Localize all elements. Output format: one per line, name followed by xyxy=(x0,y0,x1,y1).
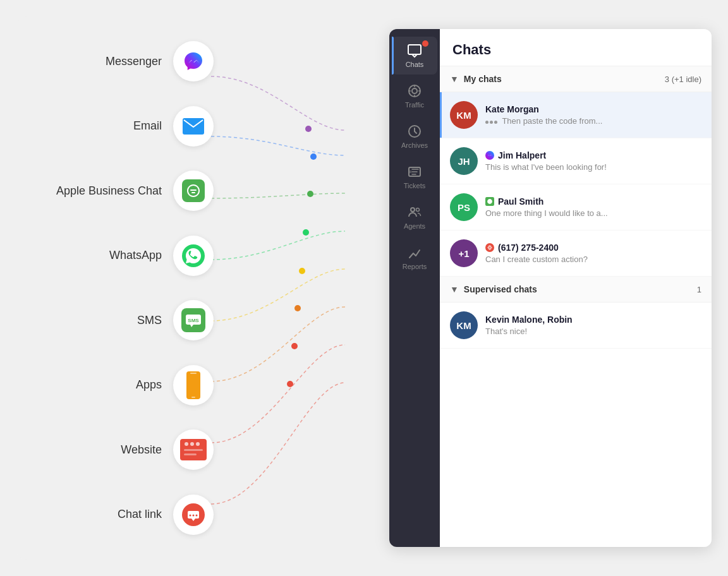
svg-point-33 xyxy=(416,208,420,212)
channel-chatlink: Chat link xyxy=(29,495,358,535)
channel-messenger-label: Messenger xyxy=(29,55,162,68)
svg-point-6 xyxy=(291,343,298,349)
supervised-chats-title: Supervised chats xyxy=(464,284,697,294)
svg-point-32 xyxy=(411,208,415,212)
channel-whatsapp-label: WhatsApp xyxy=(29,249,162,262)
chat-preview-kate: Then paste the code from... xyxy=(485,116,701,126)
channel-website-label: Website xyxy=(29,443,162,457)
svg-rect-15 xyxy=(190,373,197,374)
reports-icon xyxy=(407,245,422,260)
nav-item-chats[interactable]: Chats xyxy=(392,37,437,75)
svg-point-18 xyxy=(185,442,188,446)
chat-item-jim-halpert[interactable]: JH xyxy=(440,138,712,184)
chat-preview-paul: One more thing I would like to a... xyxy=(485,208,701,218)
avatar-kate-morgan: KM xyxy=(450,101,478,129)
active-chat-indicator xyxy=(440,92,442,138)
whatsapp-icon xyxy=(173,236,214,276)
chat-panel: Chats ▼ My chats 3 (+1 idle) KM Kate Mor… xyxy=(440,29,712,547)
chat-name-paul: Paul Smith xyxy=(498,196,543,207)
supervised-chats-section-header[interactable]: ▼ Supervised chats 1 xyxy=(440,277,712,303)
chat-name-row-kate: Kate Morgan xyxy=(485,104,701,114)
channel-whatsapp: WhatsApp xyxy=(29,236,358,276)
svg-rect-21 xyxy=(184,449,203,451)
nav-item-tickets[interactable]: Tickets xyxy=(392,158,437,196)
chat-preview-text-kate: Then paste the code from... xyxy=(502,116,602,126)
typing-dot-1 xyxy=(485,121,488,124)
svg-rect-16 xyxy=(191,397,195,398)
svg-point-19 xyxy=(190,442,194,446)
channel-sms-label: SMS xyxy=(29,314,162,327)
chat-preview-phone: Can I create custom action? xyxy=(485,255,701,264)
channel-apple-label: Apple Business Chat xyxy=(29,184,162,198)
nav-item-traffic-label: Traffic xyxy=(405,101,424,109)
svg-point-29 xyxy=(412,88,417,93)
svg-point-24 xyxy=(190,514,191,516)
avatar-paul-smith: PS xyxy=(450,193,478,221)
archives-icon xyxy=(407,124,422,139)
tickets-icon xyxy=(407,164,422,179)
chat-item-paul-smith[interactable]: PS Paul Smith One more thing I would lik… xyxy=(440,184,712,231)
chat-item-kevin-malone[interactable]: KM Kevin Malone, Robin That's nice! xyxy=(440,303,712,349)
my-chats-title: My chats xyxy=(464,74,665,84)
my-chats-chevron: ▼ xyxy=(450,74,459,84)
my-chats-list: KM Kate Morgan Then paste the code from.… xyxy=(440,92,712,277)
chats-icon xyxy=(407,43,422,58)
channel-apple: Apple Business Chat xyxy=(29,171,358,211)
website-icon xyxy=(173,429,214,470)
chat-name-jim: Jim Halpert xyxy=(498,150,546,160)
nav-item-agents[interactable]: Agents xyxy=(392,198,437,236)
svg-point-1 xyxy=(310,153,317,160)
channel-email-label: Email xyxy=(29,119,162,133)
chat-panel-header: Chats xyxy=(440,29,712,66)
active-bar xyxy=(392,37,394,75)
chat-info-phone: (617) 275-2400 Can I create custom actio… xyxy=(485,243,701,264)
sms-icon: SMS xyxy=(173,300,214,340)
chat-name-phone: (617) 275-2400 xyxy=(498,243,559,253)
nav-item-reports-label: Reports xyxy=(403,263,427,270)
nav-item-archives[interactable]: Archives xyxy=(392,117,437,155)
typing-dots xyxy=(485,121,497,124)
chat-item-kate-morgan[interactable]: KM Kate Morgan Then paste the code from.… xyxy=(440,92,712,138)
connection-lines xyxy=(16,16,358,560)
channel-email: Email xyxy=(29,106,358,147)
apps-icon xyxy=(173,365,214,405)
avatar-phone: +1 xyxy=(450,239,478,267)
my-chats-section-header[interactable]: ▼ My chats 3 (+1 idle) xyxy=(440,66,712,92)
nav-item-tickets-label: Tickets xyxy=(404,182,425,189)
chat-info-jim: Jim Halpert This is what I've been looki… xyxy=(485,150,701,172)
channel-chatlink-label: Chat link xyxy=(29,508,162,521)
app-panel: Chats Traffic Archives xyxy=(389,29,712,547)
channel-website: Website xyxy=(29,429,358,470)
svg-point-34 xyxy=(485,151,494,160)
avatar-jim-halpert: JH xyxy=(450,147,478,175)
chat-info-kate-morgan: Kate Morgan Then paste the code from... xyxy=(485,104,701,126)
svg-point-25 xyxy=(193,514,195,516)
email-icon xyxy=(173,106,214,147)
nav-item-reports[interactable]: Reports xyxy=(392,239,437,277)
svg-rect-27 xyxy=(408,45,421,54)
chat-name-row-kevin: Kevin Malone, Robin xyxy=(485,315,701,325)
phone-source-icon xyxy=(485,243,494,252)
supervised-chats-chevron: ▼ xyxy=(450,284,459,294)
channels-section: Messenger Email xyxy=(16,16,358,560)
svg-point-20 xyxy=(196,442,200,446)
messenger-icon xyxy=(173,41,214,81)
nav-item-agents-label: Agents xyxy=(404,222,425,230)
chat-item-phone[interactable]: +1 (617) 275-2400 Can I create custom a xyxy=(440,231,712,277)
chat-preview-kevin: That's nice! xyxy=(485,327,701,336)
chat-info-kevin: Kevin Malone, Robin That's nice! xyxy=(485,315,701,336)
channel-sms: SMS SMS xyxy=(29,300,358,340)
chat-name-kate: Kate Morgan xyxy=(485,104,539,114)
chat-preview-jim: This is what I've been looking for! xyxy=(485,162,701,172)
channel-apps: Apps xyxy=(29,365,358,405)
nav-badge-chats xyxy=(422,40,428,47)
nav-item-traffic[interactable]: Traffic xyxy=(392,77,437,115)
channel-apps-label: Apps xyxy=(29,378,162,392)
chat-name-kevin: Kevin Malone, Robin xyxy=(485,315,573,325)
svg-text:SMS: SMS xyxy=(188,318,199,323)
chat-name-row-jim: Jim Halpert xyxy=(485,150,701,160)
apple-source-icon xyxy=(485,197,494,206)
typing-dot-3 xyxy=(494,121,497,124)
apple-chat-icon xyxy=(173,171,214,211)
svg-point-26 xyxy=(196,514,198,516)
